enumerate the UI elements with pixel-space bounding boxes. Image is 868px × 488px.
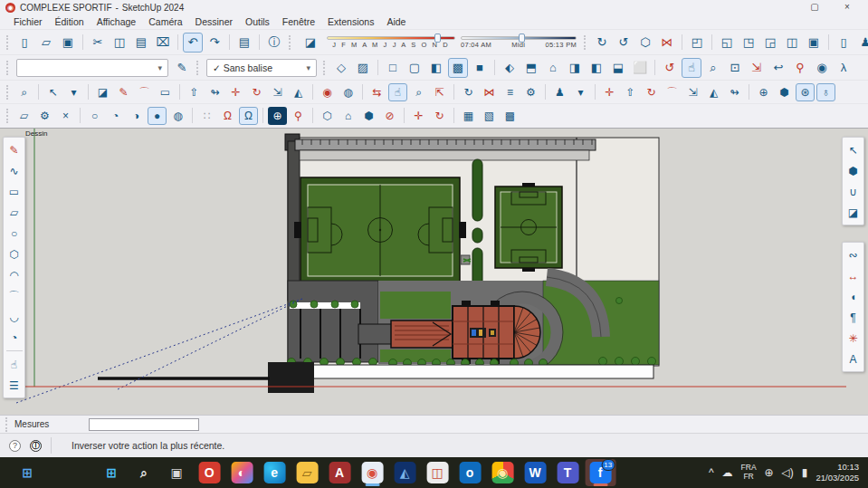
hex-disabled-icon[interactable]: ⊘ [380, 107, 399, 125]
menu-dessiner[interactable]: Dessiner [189, 16, 239, 27]
soften-none-icon[interactable]: ○ [85, 107, 104, 125]
refresh-red-icon[interactable]: ↻ [430, 107, 449, 125]
shadow-toggle-icon[interactable]: ◪ [300, 33, 320, 53]
teams-icon[interactable]: T [552, 459, 583, 486]
shaded-style-icon[interactable]: ◧ [426, 58, 446, 78]
menu-camera[interactable]: Caméra [142, 16, 188, 27]
line-tool-icon[interactable]: ✎ [114, 83, 133, 101]
settings-gear-icon[interactable]: ⚙ [35, 107, 54, 125]
facebook-icon[interactable]: f13 [585, 459, 615, 486]
axes-icon[interactable]: ✳ [844, 329, 863, 348]
textured-style-icon[interactable]: ▩ [448, 58, 468, 78]
gear-swap-icon[interactable]: ⚙ [521, 83, 540, 101]
front-view-icon[interactable]: ⌂ [543, 58, 563, 78]
pie-icon[interactable]: ◔ [5, 328, 24, 347]
polygon-icon[interactable]: ⬡ [5, 244, 24, 263]
back-view-icon[interactable]: ⬓ [608, 58, 628, 78]
copy-array-icon[interactable]: ◱ [717, 33, 737, 53]
menu-edition[interactable]: Édition [49, 16, 91, 27]
component-box-icon[interactable]: ⬡ [635, 33, 655, 53]
zoom-extents-icon[interactable]: ⇲ [747, 58, 767, 78]
axes-crosshair-icon[interactable]: ⊕ [754, 83, 773, 101]
xray-style-icon[interactable]: ◇ [331, 58, 351, 78]
zoom-icon[interactable]: ⌕ [703, 58, 723, 78]
hex-roof-icon[interactable]: ⌂ [339, 107, 358, 125]
rotate-tool-icon[interactable]: ↻ [247, 83, 266, 101]
delete-icon[interactable]: ⌧ [153, 33, 173, 53]
onedrive-cloud-icon[interactable]: ☁ [722, 466, 733, 479]
text-label-icon[interactable]: ¶ [844, 308, 863, 327]
help-icon[interactable]: ? [9, 440, 21, 452]
rectangle-tool-icon[interactable]: ▭ [156, 83, 175, 101]
account-caret-icon[interactable]: ▾ [571, 83, 590, 101]
rotate2-icon[interactable]: ↻ [642, 83, 661, 101]
undo-icon[interactable]: ↶ [183, 33, 203, 53]
copilot-icon[interactable]: ◐ [226, 459, 257, 486]
right-view-icon[interactable]: ◨ [565, 58, 585, 78]
texture-grid-icon[interactable]: ▦ [459, 107, 478, 125]
sketchup-icon[interactable]: ◉ [357, 459, 387, 486]
arc-tool-icon[interactable]: ⌒ [135, 83, 154, 101]
move2-icon[interactable]: ✛ [600, 83, 619, 101]
network-globe-icon[interactable]: ⊕ [765, 466, 774, 479]
swap-axes-icon[interactable]: ⋈ [480, 83, 499, 101]
paint-pin-icon[interactable]: ◉ [318, 83, 337, 101]
close-button[interactable]: × [837, 1, 857, 14]
select-arrow-icon[interactable]: ↖ [844, 140, 863, 159]
circle-icon[interactable]: ○ [5, 224, 24, 243]
mirror-tool-icon[interactable]: ◭ [289, 83, 308, 101]
menu-extensions[interactable]: Extensions [321, 16, 380, 27]
magnet-icon[interactable]: Ω [218, 107, 237, 125]
orbit2-icon[interactable]: ⇆ [367, 83, 386, 101]
copy-icon[interactable]: ◫ [110, 33, 129, 53]
folder-icon[interactable]: ▱ [14, 107, 33, 125]
autocad-icon[interactable]: A [324, 459, 355, 486]
clock[interactable]: 10:13 21/03/2025 [816, 462, 859, 483]
hidden-line-style-icon[interactable]: ▢ [405, 58, 424, 78]
task-view-button[interactable]: ▣ [161, 459, 192, 486]
top-view-icon[interactable]: ⬒ [521, 58, 541, 78]
menu-affichage[interactable]: Affichage [91, 16, 143, 27]
smoove-hand-icon[interactable]: ☝ [5, 355, 24, 374]
open-file-icon[interactable]: ▱ [36, 33, 56, 53]
layers-icon[interactable]: ≡ [501, 83, 520, 101]
monochrome-style-icon[interactable]: ■ [470, 58, 490, 78]
eraser-tool-icon[interactable]: ◪ [93, 83, 112, 101]
soften-half-icon[interactable]: ◑ [127, 107, 146, 125]
earth-icon[interactable]: ♁ [816, 83, 835, 101]
threed-text-icon[interactable]: A [844, 349, 863, 368]
leader-pin-icon[interactable]: ⚲ [289, 107, 308, 125]
measures-input[interactable] [89, 418, 199, 431]
line-pencil-icon[interactable]: ✎ [5, 140, 24, 159]
look-around-icon[interactable]: ◉ [812, 58, 832, 78]
magnet-on-icon[interactable]: Ω [239, 107, 258, 125]
tape-measure-icon[interactable]: ∾ [844, 245, 863, 264]
two-point-arc-icon[interactable]: ⌒ [5, 286, 24, 305]
info-icon[interactable]: ⓘ [30, 440, 42, 452]
outlook-icon[interactable]: o [454, 459, 485, 486]
menu-fichier[interactable]: Fichier [7, 16, 49, 27]
select-window-icon[interactable]: ◰ [687, 33, 707, 53]
bottom-view-icon[interactable]: ⬜ [630, 58, 650, 78]
soften-full-icon[interactable]: ● [148, 107, 167, 125]
toolbar-grip[interactable] [6, 35, 10, 50]
cut-icon[interactable]: ✂ [88, 33, 108, 53]
position-camera-icon[interactable]: ⚲ [790, 58, 810, 78]
scale2-icon[interactable]: ⇲ [683, 83, 702, 101]
walk-icon[interactable]: λ [834, 58, 854, 78]
style-dropdown[interactable]: ▾ [16, 59, 168, 77]
menu-aide[interactable]: Aide [380, 16, 412, 27]
edge-icon[interactable]: e [259, 459, 290, 486]
toolbar-grip[interactable] [6, 85, 10, 100]
wireframe-style-icon[interactable]: □ [383, 58, 403, 78]
shadow-time-slider[interactable]: 07:04 AM Midi 05:13 PM [461, 33, 577, 52]
toolbar-grip[interactable] [584, 35, 587, 50]
toolbar-grip[interactable] [289, 35, 292, 50]
hex-solid-icon[interactable]: ⬢ [359, 107, 378, 125]
model-info-icon[interactable]: ⓘ [264, 33, 284, 53]
language-switcher[interactable]: FRA FR [741, 464, 757, 482]
style-edit-icon[interactable]: ✎ [172, 58, 192, 78]
stack-icon[interactable]: ◫ [782, 33, 802, 53]
chrome-icon[interactable]: ◉ [487, 459, 518, 486]
menu-outils[interactable]: Outils [239, 16, 276, 27]
